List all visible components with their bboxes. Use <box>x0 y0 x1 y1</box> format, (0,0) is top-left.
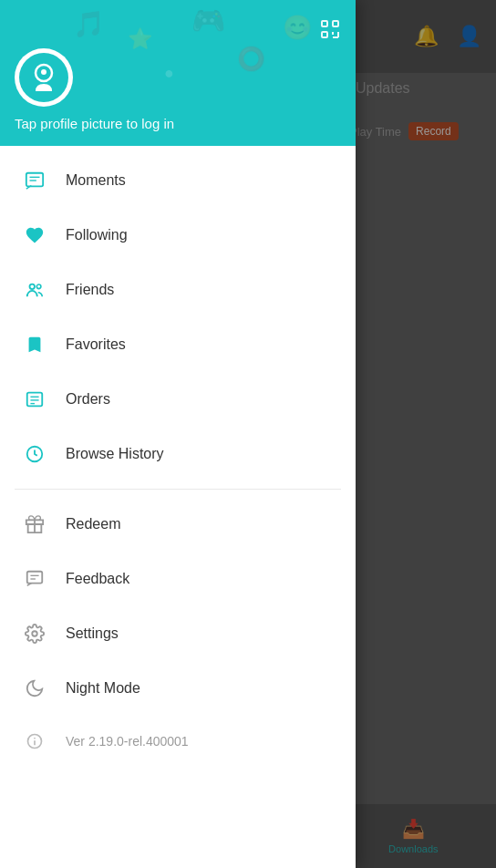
friends-label: Friends <box>66 282 114 298</box>
moments-label: Moments <box>66 172 126 189</box>
menu-item-feedback[interactable]: Feedback <box>0 552 356 606</box>
redeem-icon <box>22 512 47 537</box>
svg-rect-1 <box>333 21 338 26</box>
header-watermarks: 🎵 ⭐ 🎮 ⭕ ● 😊 <box>0 0 356 146</box>
svg-rect-0 <box>322 21 327 26</box>
version-item: Ver 2.19.0-rel.400001 <box>0 716 356 767</box>
downloads-nav-label: Downloads <box>388 843 438 854</box>
wm-music-icon: 🎵 <box>73 9 105 39</box>
svg-rect-10 <box>26 173 43 187</box>
scan-icon[interactable] <box>319 18 341 46</box>
downloads-nav-icon: 📥 <box>402 818 425 840</box>
wm-game-icon: 🎮 <box>191 5 225 36</box>
menu-item-friends[interactable]: Friends <box>0 263 356 317</box>
menu-divider-1 <box>15 489 341 490</box>
drawer-header[interactable]: 🎵 ⭐ 🎮 ⭕ ● 😊 <box>0 0 356 146</box>
orders-icon <box>22 387 47 412</box>
playtime-label: Play Time <box>349 125 401 139</box>
moments-icon <box>22 168 47 193</box>
drawer-menu: Moments Following Friends <box>0 146 356 868</box>
wm-face-icon: 😊 <box>283 14 312 42</box>
menu-item-redeem[interactable]: Redeem <box>0 497 356 552</box>
menu-item-settings[interactable]: Settings <box>0 606 356 661</box>
favorites-icon <box>22 332 47 357</box>
friends-icon <box>22 277 47 303</box>
orders-label: Orders <box>66 391 110 408</box>
svg-point-15 <box>36 284 41 289</box>
version-icon <box>22 728 47 754</box>
menu-item-moments[interactable]: Moments <box>0 153 356 208</box>
settings-label: Settings <box>66 625 119 642</box>
svg-point-28 <box>34 738 36 739</box>
bg-playtime-area: Play Time Record <box>349 122 459 140</box>
svg-point-25 <box>32 631 37 636</box>
night-mode-icon <box>22 676 47 701</box>
menu-item-orders[interactable]: Orders <box>0 372 356 427</box>
version-text: Ver 2.19.0-rel.400001 <box>66 734 189 749</box>
notification-icon: 🔔 <box>414 25 439 48</box>
menu-item-favorites[interactable]: Favorites <box>0 317 356 372</box>
wm-dot-icon: ● <box>164 64 174 83</box>
menu-item-following[interactable]: Following <box>0 208 356 263</box>
feedback-label: Feedback <box>66 571 129 587</box>
side-drawer: 🎵 ⭐ 🎮 ⭕ ● 😊 <box>0 0 356 868</box>
svg-rect-2 <box>322 32 327 37</box>
menu-item-night-mode[interactable]: Night Mode <box>0 661 356 716</box>
svg-rect-22 <box>27 572 43 584</box>
record-button: Record <box>408 122 459 140</box>
night-mode-label: Night Mode <box>66 680 140 697</box>
svg-point-14 <box>30 284 36 290</box>
bg-updates-label: Updates <box>356 80 410 97</box>
menu-item-browse-history[interactable]: Browse History <box>0 427 356 481</box>
favorites-label: Favorites <box>66 336 126 353</box>
browse-history-label: Browse History <box>66 446 164 462</box>
redeem-label: Redeem <box>66 516 120 532</box>
wm-star-icon: ⭐ <box>128 27 152 51</box>
following-icon <box>22 222 47 248</box>
wm-circle-icon: ⭕ <box>237 46 265 72</box>
feedback-icon <box>22 566 47 592</box>
following-label: Following <box>66 227 128 243</box>
profile-icon: 👤 <box>457 25 481 48</box>
settings-icon <box>22 621 47 646</box>
browse-history-icon <box>22 441 47 467</box>
